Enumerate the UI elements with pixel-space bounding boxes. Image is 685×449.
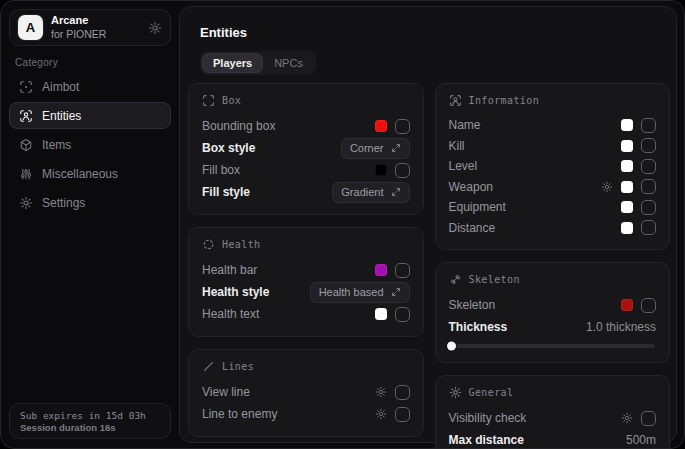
weapon-config-gear-icon[interactable] <box>601 181 613 193</box>
bounding-box-checkbox[interactable] <box>395 119 410 134</box>
sidebar-nav: Aimbot Entities Items Miscellaneous Sett… <box>9 73 171 216</box>
color-swatch[interactable] <box>375 308 387 320</box>
panel-general: General Visibility check Max distance 50… <box>435 375 671 449</box>
slider-thumb[interactable] <box>447 342 456 351</box>
view-line-config-gear-icon[interactable] <box>375 386 387 398</box>
color-swatch[interactable] <box>621 181 633 193</box>
sidebar-item-label: Settings <box>42 196 85 210</box>
panel-health: Health Health bar Health style Health ba… <box>188 227 424 337</box>
sub-expiry-text: Sub expires in 15d 03h <box>20 410 160 421</box>
line-to-enemy-checkbox[interactable] <box>395 407 410 422</box>
color-swatch[interactable] <box>621 119 633 131</box>
skeleton-checkbox[interactable] <box>641 298 656 313</box>
weapon-checkbox[interactable] <box>641 179 656 194</box>
equipment-checkbox[interactable] <box>641 200 656 215</box>
app-name: Arcane <box>51 14 106 28</box>
sidebar-item-label: Aimbot <box>42 80 79 94</box>
color-swatch[interactable] <box>621 201 633 213</box>
color-swatch[interactable] <box>621 222 633 234</box>
visibility-config-gear-icon[interactable] <box>621 412 633 424</box>
gear-icon <box>19 196 33 210</box>
row-fill-style: Fill style Gradient <box>202 181 410 203</box>
row-line-to-enemy: Line to enemy <box>202 403 410 425</box>
row-label: Equipment <box>449 200 614 214</box>
panels-grid: Box Bounding box Box style Corner <box>188 83 670 434</box>
row-label: Health text <box>202 307 367 321</box>
max-distance-value: 500m <box>626 433 656 447</box>
row-bounding-box: Bounding box <box>202 115 410 137</box>
fill-style-dropdown[interactable]: Gradient <box>332 182 409 203</box>
panel-box: Box Bounding box Box style Corner <box>188 83 424 215</box>
entity-type-tabs: Players NPCs <box>200 51 316 75</box>
gear-icon <box>449 386 462 399</box>
level-checkbox[interactable] <box>641 159 656 174</box>
sidebar: A Arcane for PIONER Category Aimbot Enti… <box>1 1 179 448</box>
dropdown-value: Corner <box>350 142 384 154</box>
row-label: Visibility check <box>449 411 614 425</box>
color-swatch[interactable] <box>375 120 387 132</box>
row-box-style: Box style Corner <box>202 137 410 159</box>
logo-letter: A <box>26 20 35 35</box>
row-name: Name <box>449 115 657 136</box>
dropdown-value: Gradient <box>341 186 383 198</box>
panel-skeleton: Skeleton Skeleton Thickness 1.0 thicknes… <box>435 262 671 363</box>
panel-lines: Lines View line Line to enemy <box>188 349 424 437</box>
row-health-text: Health text <box>202 303 410 325</box>
health-text-checkbox[interactable] <box>395 307 410 322</box>
name-checkbox[interactable] <box>641 118 656 133</box>
settings-icon[interactable] <box>148 21 162 35</box>
sidebar-item-aimbot[interactable]: Aimbot <box>9 73 171 100</box>
expand-icon <box>391 143 401 153</box>
line-to-enemy-config-gear-icon[interactable] <box>375 408 387 420</box>
expand-icon <box>391 287 401 297</box>
panel-information-header: Information <box>449 94 657 107</box>
panel-general-header: General <box>449 386 657 399</box>
view-line-checkbox[interactable] <box>395 385 410 400</box>
sidebar-item-items[interactable]: Items <box>9 131 171 158</box>
sidebar-item-settings[interactable]: Settings <box>9 189 171 216</box>
row-label: Health bar <box>202 263 367 277</box>
app-title-block: Arcane for PIONER <box>51 14 106 41</box>
row-label: Box style <box>202 141 333 155</box>
row-label: Max distance <box>449 433 618 447</box>
kill-checkbox[interactable] <box>641 138 656 153</box>
row-distance: Distance <box>449 218 657 239</box>
distance-checkbox[interactable] <box>641 220 656 235</box>
health-bar-checkbox[interactable] <box>395 263 410 278</box>
sidebar-item-miscellaneous[interactable]: Miscellaneous <box>9 160 171 187</box>
color-swatch[interactable] <box>375 264 387 276</box>
expand-icon <box>391 187 401 197</box>
fill-box-checkbox[interactable] <box>395 163 410 178</box>
thickness-slider[interactable] <box>450 344 656 348</box>
row-label: Kill <box>449 139 614 153</box>
visibility-check-checkbox[interactable] <box>641 411 656 426</box>
color-swatch[interactable] <box>621 299 633 311</box>
panel-information: Information Name Kill Level <box>435 83 671 250</box>
color-swatch[interactable] <box>621 160 633 172</box>
row-thickness: Thickness 1.0 thickness <box>449 316 657 338</box>
subscription-info: Sub expires in 15d 03h Session duration … <box>9 403 171 439</box>
app-subtitle: for PIONER <box>51 28 106 41</box>
row-max-distance: Max distance 500m <box>449 429 657 449</box>
row-level: Level <box>449 156 657 177</box>
dotted-circle-icon <box>202 238 215 251</box>
box-corners-icon <box>202 94 215 107</box>
sidebar-item-label: Entities <box>42 109 81 123</box>
row-health-bar: Health bar <box>202 259 410 281</box>
row-kill: Kill <box>449 136 657 157</box>
tab-players[interactable]: Players <box>203 54 262 72</box>
sidebar-item-entities[interactable]: Entities <box>9 102 171 129</box>
sidebar-item-label: Miscellaneous <box>42 167 118 181</box>
row-label: View line <box>202 385 367 399</box>
sidebar-header: A Arcane for PIONER <box>9 9 171 46</box>
panel-title: Skeleton <box>469 274 520 285</box>
crosshair-icon <box>19 80 33 94</box>
box-style-dropdown[interactable]: Corner <box>341 138 410 159</box>
panel-title: Information <box>469 95 540 106</box>
color-swatch[interactable] <box>375 164 387 176</box>
color-swatch[interactable] <box>621 140 633 152</box>
row-skeleton: Skeleton <box>449 294 657 316</box>
cube-icon <box>19 138 33 152</box>
tab-npcs[interactable]: NPCs <box>264 54 313 72</box>
health-style-dropdown[interactable]: Health based <box>310 282 410 303</box>
